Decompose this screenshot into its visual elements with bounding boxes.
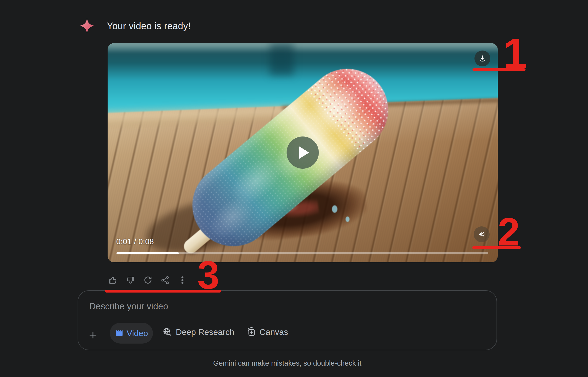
response-actions xyxy=(108,274,188,286)
tool-deep-research-label: Deep Research xyxy=(176,327,234,337)
play-icon xyxy=(299,146,309,159)
annotation-underline-2 xyxy=(472,246,521,249)
prompt-placeholder: Describe your video xyxy=(89,301,168,312)
globe-search-icon xyxy=(162,327,172,337)
thumb-up-button[interactable] xyxy=(108,274,118,286)
redo-icon xyxy=(143,275,152,285)
tool-canvas[interactable]: Canvas xyxy=(246,327,288,337)
download-icon xyxy=(478,54,487,63)
tool-chip-video[interactable]: Video xyxy=(110,323,153,344)
plus-icon xyxy=(88,330,98,340)
video-player-card[interactable]: 0:01 / 0:08 xyxy=(108,43,498,262)
regenerate-button[interactable] xyxy=(142,274,153,286)
canvas-icon xyxy=(246,327,256,337)
tool-canvas-label: Canvas xyxy=(260,327,288,337)
movie-icon xyxy=(115,329,124,338)
more-options-button[interactable] xyxy=(177,274,188,286)
share-button[interactable] xyxy=(160,274,171,286)
time-display: 0:01 / 0:08 xyxy=(116,237,154,246)
play-button[interactable] xyxy=(287,136,319,169)
volume-icon xyxy=(477,230,486,239)
annotation-number-2: 2 xyxy=(498,212,520,252)
gemini-chat-page: Your video is ready! xyxy=(0,0,588,377)
annotation-underline-3 xyxy=(105,290,221,293)
page-title: Your video is ready! xyxy=(107,21,191,31)
more-vert-icon xyxy=(178,275,187,285)
thumb-up-icon xyxy=(108,275,118,285)
tool-deep-research[interactable]: Deep Research xyxy=(162,327,234,337)
annotation-number-3: 3 xyxy=(197,255,219,295)
tool-chip-video-label: Video xyxy=(127,328,148,338)
thumb-down-icon xyxy=(126,275,135,285)
add-button[interactable] xyxy=(88,330,98,341)
progress-bar[interactable] xyxy=(117,252,488,254)
disclaimer-text: Gemini can make mistakes, so double-chec… xyxy=(78,359,497,367)
gemini-sparkle-icon xyxy=(80,18,94,33)
thumb-down-button[interactable] xyxy=(125,274,136,286)
download-button[interactable] xyxy=(474,51,490,66)
annotation-underline-1 xyxy=(472,68,526,71)
share-icon xyxy=(160,275,170,285)
volume-button[interactable] xyxy=(474,226,490,242)
progress-fill xyxy=(117,252,179,254)
